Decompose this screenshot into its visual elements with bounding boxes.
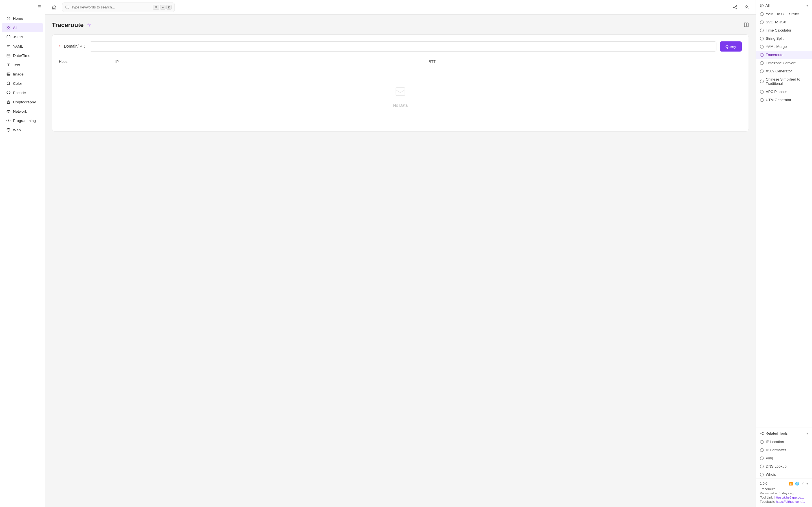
account-button[interactable] xyxy=(742,3,751,12)
chinese-tool-icon xyxy=(760,79,764,83)
svg-point-56 xyxy=(760,457,763,460)
all-icon xyxy=(760,4,764,8)
search-input[interactable] xyxy=(71,5,151,9)
all-tools-header: All ▾ xyxy=(756,0,812,10)
layout-toggle-button[interactable] xyxy=(744,22,749,28)
sidebar-item-programming[interactable]: Programming xyxy=(2,116,43,125)
sidebar-nav: HomeAllJSONYAMLDate/TimeTextImageColorEn… xyxy=(0,13,45,135)
related-tools-title: Related Tools xyxy=(760,431,788,436)
tool-item-timezone[interactable]: Timezone Convert xyxy=(756,59,812,67)
related-tool-ping[interactable]: Ping xyxy=(756,454,812,462)
sidebar-item-color[interactable]: Color xyxy=(2,79,43,88)
svg-line-30 xyxy=(734,7,736,8)
sidebar-label-programming: Programming xyxy=(13,119,36,123)
tool-item-time-calc[interactable]: Time Calculator xyxy=(756,26,812,34)
svg-point-37 xyxy=(762,6,762,6)
sidebar: HomeAllJSONYAMLDate/TimeTextImageColorEn… xyxy=(0,0,45,507)
related-tool-ip-location[interactable]: IP Location xyxy=(756,438,812,446)
page-header: Traceroute ☆ xyxy=(52,21,749,29)
tool-item-svg-jsx[interactable]: SVG To JSX xyxy=(756,18,812,26)
sidebar-item-datetime[interactable]: Date/Time xyxy=(2,51,43,60)
related-tools-section: Related Tools ▾ IP LocationIP FormatterP… xyxy=(756,428,812,478)
keyboard-shortcut: ⌘ + K xyxy=(153,5,172,10)
search-bar[interactable]: ⌘ + K xyxy=(62,3,175,12)
sidebar-item-encode[interactable]: Encode xyxy=(2,88,43,97)
tool-item-string-split[interactable]: String Split xyxy=(756,34,812,43)
domain-input[interactable] xyxy=(90,41,716,52)
related-label-dns-lookup: DNS Lookup xyxy=(766,464,786,468)
sidebar-item-home[interactable]: Home xyxy=(2,14,43,23)
share-button[interactable] xyxy=(731,3,740,12)
svg-point-49 xyxy=(760,433,761,434)
footer-version-row: 1.0.0 📶 🌐 ✓ ▾ xyxy=(760,482,808,486)
tool-item-yaml-cpp[interactable]: YAML To C++ Struct xyxy=(756,10,812,18)
svg-point-50 xyxy=(763,432,763,433)
footer-published: Published at: 5 days ago xyxy=(760,492,808,495)
sidebar-item-network[interactable]: Network xyxy=(2,107,43,116)
related-section-chevron[interactable]: ▾ xyxy=(806,432,808,436)
version-label: 1.0.0 xyxy=(760,482,767,486)
all-tools-list: YAML To C++ StructSVG To JSXTime Calcula… xyxy=(756,10,812,104)
footer-status-icons: 📶 🌐 ✓ ▾ xyxy=(789,482,808,486)
ip-formatter-related-icon xyxy=(760,448,764,452)
related-label-ping: Ping xyxy=(766,456,773,460)
related-tool-dns-lookup[interactable]: DNS Lookup xyxy=(756,462,812,470)
tool-item-yaml-merge[interactable]: YAML Merge xyxy=(756,43,812,51)
tool-item-chinese[interactable]: Chinese Simplified to Traditional xyxy=(756,75,812,88)
sidebar-item-image[interactable]: Image xyxy=(2,69,43,78)
svg-line-29 xyxy=(734,6,736,7)
all-tools-title: All xyxy=(760,3,769,8)
image-icon xyxy=(6,72,11,76)
related-label-ip-formatter: IP Formatter xyxy=(766,448,786,452)
svg-point-47 xyxy=(760,90,763,94)
kbd-plus: + xyxy=(160,5,165,10)
web-icon xyxy=(6,128,11,132)
tool-item-utm[interactable]: UTM Generator xyxy=(756,96,812,104)
favorite-button[interactable]: ☆ xyxy=(87,22,91,28)
all-section-chevron[interactable]: ▾ xyxy=(806,4,808,8)
svg-point-45 xyxy=(760,69,763,73)
sidebar-item-yaml[interactable]: YAML xyxy=(2,42,43,51)
tool-item-traceroute[interactable]: Traceroute xyxy=(756,51,812,59)
sidebar-item-json[interactable]: JSON xyxy=(2,33,43,41)
no-data-state: No Data xyxy=(59,67,742,124)
all-tools-section: All ▾ YAML To C++ StructSVG To JSXTime C… xyxy=(756,0,812,428)
home-button[interactable] xyxy=(50,3,59,12)
sidebar-label-color: Color xyxy=(13,81,22,86)
svg-rect-33 xyxy=(747,23,748,27)
sidebar-item-text[interactable]: Text xyxy=(2,60,43,69)
sidebar-toggle[interactable] xyxy=(0,0,45,13)
all-icon xyxy=(6,25,11,30)
query-button[interactable]: Query xyxy=(720,41,742,52)
related-tool-whois[interactable]: Whois xyxy=(756,470,812,478)
yaml-merge-tool-icon xyxy=(760,45,764,49)
right-panel: All ▾ YAML To C++ StructSVG To JSXTime C… xyxy=(756,0,812,507)
datetime-icon xyxy=(6,53,11,58)
tool-label-chinese: Chinese Simplified to Traditional xyxy=(766,77,808,86)
tool-item-vpc[interactable]: VPC Planner xyxy=(756,88,812,96)
traceroute-tool-icon xyxy=(760,53,764,57)
domain-label: Domain/IP： xyxy=(64,44,86,49)
feedback-link[interactable]: https://github.com/... xyxy=(776,500,805,503)
tool-label-time-calc: Time Calculator xyxy=(766,28,792,33)
svg-point-44 xyxy=(760,61,763,65)
tool-item-x509[interactable]: X509 Generator xyxy=(756,67,812,75)
color-icon xyxy=(6,81,11,86)
svg-point-58 xyxy=(760,473,763,476)
sidebar-item-all[interactable]: All xyxy=(2,23,43,32)
sidebar-label-json: JSON xyxy=(13,35,23,39)
sidebar-label-datetime: Date/Time xyxy=(13,54,31,58)
svg-point-42 xyxy=(760,45,763,48)
svg-rect-34 xyxy=(396,88,405,96)
dns-lookup-related-icon xyxy=(760,464,764,468)
sidebar-item-crypto[interactable]: Cryptography xyxy=(2,98,43,107)
check-icon: ✓ xyxy=(801,482,804,486)
sidebar-item-web[interactable]: Web xyxy=(2,125,43,134)
footer-chevron[interactable]: ▾ xyxy=(806,482,808,486)
related-tool-ip-formatter[interactable]: IP Formatter xyxy=(756,446,812,454)
related-icon xyxy=(760,432,764,436)
string-split-tool-icon xyxy=(760,37,764,41)
sidebar-label-text: Text xyxy=(13,63,20,67)
kbd-cmd: ⌘ xyxy=(153,5,159,10)
tool-link[interactable]: https://t.he3app.co... xyxy=(774,496,804,499)
